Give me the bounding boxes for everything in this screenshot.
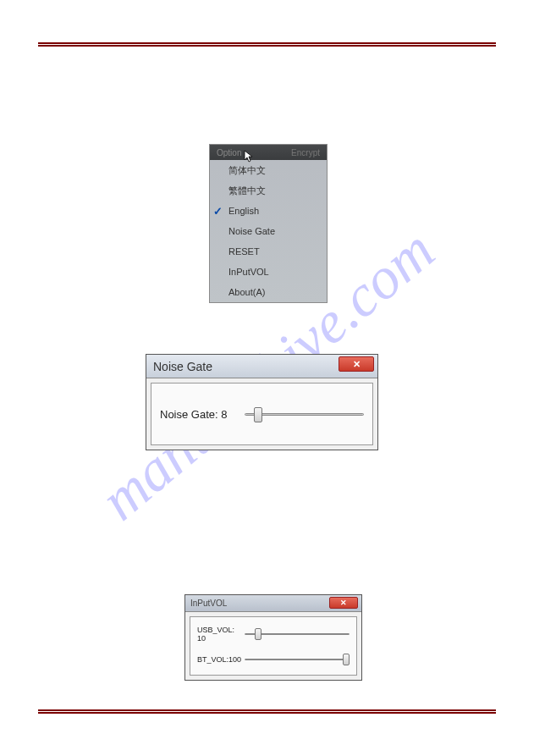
noise-gate-slider[interactable] — [245, 406, 364, 422]
menu-item-noise-gate[interactable]: Noise Gate — [210, 221, 327, 241]
close-icon: ✕ — [340, 599, 347, 607]
bt-vol-label: BT_VOL:100 — [197, 655, 245, 664]
slider-thumb[interactable] — [255, 628, 261, 640]
usb-vol-row: USB_VOL: 10 — [197, 626, 350, 643]
noise-gate-dialog: Noise Gate ✕ Noise Gate: 8 — [146, 354, 378, 450]
bt-vol-row: BT_VOL:100 — [197, 653, 350, 666]
check-icon: ✓ — [213, 205, 223, 218]
menu-item-label: About(A) — [228, 287, 265, 297]
option-dropdown-menu: Option Encrypt 简体中文 繁體中文 ✓English Noise … — [209, 144, 328, 303]
slider-track — [245, 659, 350, 660]
dialog-body: Noise Gate: 8 — [151, 383, 373, 445]
menu-item-simplified-chinese[interactable]: 简体中文 — [210, 160, 327, 180]
bt-vol-slider[interactable] — [245, 653, 350, 666]
menu-item-reset[interactable]: RESET — [210, 241, 327, 262]
menu-bar: Option Encrypt — [210, 145, 327, 160]
dialog-titlebar[interactable]: Noise Gate ✕ — [146, 355, 377, 378]
page-divider-bottom — [38, 709, 496, 711]
dialog-titlebar[interactable]: InPutVOL ✕ — [185, 595, 361, 612]
menu-item-traditional-chinese[interactable]: 繁體中文 — [210, 180, 327, 201]
close-button[interactable]: ✕ — [339, 356, 374, 372]
menu-option[interactable]: Option — [217, 148, 241, 157]
menu-item-label: Noise Gate — [228, 226, 275, 236]
usb-vol-slider[interactable] — [245, 627, 350, 641]
inputvol-dialog: InPutVOL ✕ USB_VOL: 10 BT_VOL:100 — [184, 594, 362, 681]
close-button[interactable]: ✕ — [329, 597, 358, 609]
menu-item-english[interactable]: ✓English — [210, 201, 327, 221]
menu-item-inputvol[interactable]: InPutVOL — [210, 262, 327, 282]
menu-item-label: InPutVOL — [228, 267, 269, 277]
menu-item-about[interactable]: About(A) — [210, 282, 327, 302]
slider-thumb[interactable] — [343, 654, 350, 665]
slider-thumb[interactable] — [254, 407, 262, 422]
page-divider-top — [38, 42, 496, 44]
dialog-title: InPutVOL — [190, 599, 227, 608]
noise-gate-label: Noise Gate: — [160, 408, 218, 421]
page-divider-bottom — [38, 712, 496, 714]
menu-item-label: 简体中文 — [228, 164, 266, 177]
noise-gate-value: 8 — [221, 408, 227, 421]
menu-item-label: 繁體中文 — [228, 185, 266, 197]
usb-vol-label: USB_VOL: 10 — [197, 626, 245, 643]
menu-item-label: RESET — [228, 246, 260, 257]
dialog-title: Noise Gate — [153, 360, 212, 373]
page-divider-top — [38, 45, 496, 47]
dialog-body: USB_VOL: 10 BT_VOL:100 — [190, 616, 357, 676]
close-icon: ✕ — [353, 359, 361, 370]
menu-encrypt[interactable]: Encrypt — [291, 148, 320, 157]
menu-item-label: English — [228, 206, 259, 216]
